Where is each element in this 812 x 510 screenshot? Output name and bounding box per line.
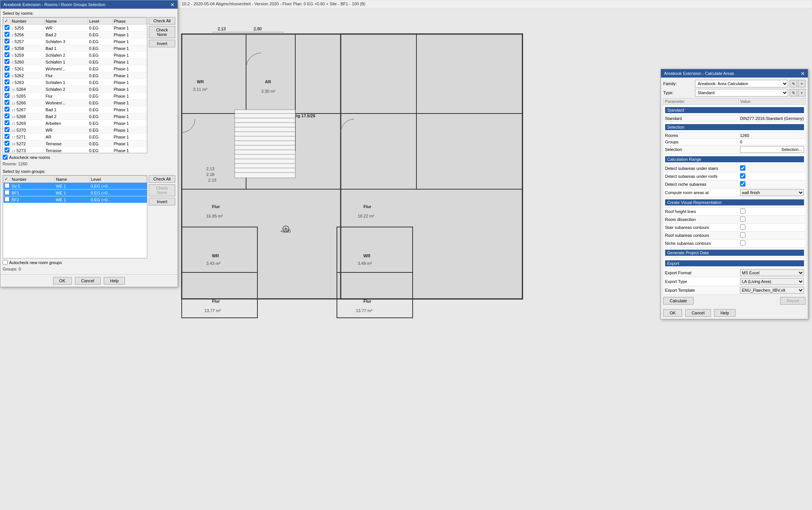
table-row[interactable]: BF1 WE 1 0.EG (+0... <box>3 190 147 196</box>
calc-cancel-button[interactable]: Cancel <box>685 309 711 317</box>
detect-roofs-checkbox[interactable] <box>740 173 745 179</box>
col-selected[interactable]: ✓ <box>3 18 11 25</box>
svg-text:Flur: Flur <box>212 204 220 209</box>
room-checkbox[interactable] <box>5 141 9 146</box>
room-checkbox[interactable] <box>5 107 9 112</box>
table-row[interactable]: 7 5261 Wohnen/... 0.EG Phase 1 <box>3 65 147 72</box>
type-edit-icon[interactable]: ✎ <box>790 89 797 96</box>
family-icons: ✎ + <box>790 80 806 87</box>
room-checkbox[interactable] <box>5 120 9 125</box>
autocheck-groups-checkbox[interactable] <box>3 260 8 265</box>
invert-groups-button[interactable]: Invert <box>149 198 175 205</box>
group-checkbox[interactable] <box>5 190 9 195</box>
export-template-select[interactable]: ENU_Flaechen_IIBV.xlt <box>740 287 804 294</box>
stair-contours-checkbox[interactable] <box>740 224 745 230</box>
table-row[interactable]: 16 5270 WR 0.EG Phase 1 <box>3 127 147 134</box>
family-select[interactable]: Areabook: Area Calculation <box>695 80 788 87</box>
niche-contours-checkbox[interactable] <box>740 240 745 246</box>
table-row[interactable]: 2 5256 Bad 2 0.EG Phase 1 <box>3 31 147 38</box>
check-none-rooms-button[interactable]: Check None <box>149 26 175 38</box>
grp-col-name[interactable]: Name <box>55 176 89 183</box>
col-phase[interactable]: Phase <box>112 18 147 25</box>
room-checkbox[interactable] <box>5 127 9 132</box>
table-row[interactable]: 1 5255 WR 0.EG Phase 1 <box>3 25 147 31</box>
export-type-cell: LA (Living Area) <box>739 277 806 286</box>
table-row[interactable]: 4 5258 Bad 1 0.EG Phase 1 <box>3 45 147 52</box>
calculate-button[interactable]: Calculate <box>663 297 694 305</box>
type-new-icon[interactable]: + <box>798 89 806 96</box>
roof-contours-checkbox[interactable] <box>740 232 745 238</box>
room-checkbox[interactable] <box>5 93 9 98</box>
room-checkbox[interactable] <box>5 114 9 118</box>
export-type-select[interactable]: LA (Living Area) <box>740 278 804 285</box>
room-checkbox[interactable] <box>5 100 9 105</box>
room-checkbox[interactable] <box>5 25 9 30</box>
table-row[interactable]: 14 5268 Bad 2 0.EG Phase 1 <box>3 113 147 120</box>
table-row[interactable]: Str.5 WE 1 0.EG (+0... <box>3 183 147 190</box>
export-format-select[interactable]: MS Excel <box>740 269 804 276</box>
room-checkbox[interactable] <box>5 66 9 71</box>
table-row[interactable]: 8 5262 Flur 0.EG Phase 1 <box>3 72 147 79</box>
table-row[interactable]: 3 5257 Schlafen 3 0.EG Phase 1 <box>3 38 147 45</box>
close-icon[interactable]: ✕ <box>170 2 175 8</box>
room-checkbox[interactable] <box>5 59 9 64</box>
help-button[interactable]: Help <box>104 277 125 285</box>
table-row[interactable]: 18 5272 Terrasse 0.EG Phase 1 <box>3 140 147 147</box>
room-checkbox[interactable] <box>5 39 9 44</box>
grp-col-number[interactable]: Number <box>11 176 55 183</box>
col-level[interactable]: Level <box>88 18 112 25</box>
calc-help-button[interactable]: Help <box>714 309 736 317</box>
table-row[interactable]: 19 5273 Terrasse 0.EG Phase 1 <box>3 147 147 154</box>
room-checkbox[interactable] <box>5 79 9 84</box>
room-checkbox[interactable] <box>5 32 9 37</box>
col-number[interactable]: Number <box>11 18 45 25</box>
room-dissection-checkbox[interactable] <box>740 216 745 222</box>
check-none-groups-button[interactable]: Check None <box>149 184 175 196</box>
table-row[interactable]: 10 5264 Schlafen 2 0.EG Phase 1 <box>3 86 147 93</box>
family-new-icon[interactable]: + <box>798 80 806 87</box>
table-row[interactable]: 12 5266 Wohnen/... 0.EG Phase 1 <box>3 100 147 106</box>
group-checkbox[interactable] <box>5 197 9 202</box>
grp-col-level[interactable]: Level <box>90 176 147 183</box>
autocheck-rooms-checkbox[interactable] <box>3 155 8 160</box>
detect-stairs-checkbox[interactable] <box>740 165 745 171</box>
table-row[interactable]: 17 5271 AR 0.EG Phase 1 <box>3 134 147 140</box>
room-checkbox[interactable] <box>5 73 9 78</box>
group-checkbox[interactable] <box>5 183 9 188</box>
table-row[interactable]: 9 5263 Schlafen 1 0.EG Phase 1 <box>3 79 147 86</box>
invert-rooms-button[interactable]: Invert <box>149 40 175 47</box>
compute-select[interactable]: wall finish <box>740 189 804 196</box>
roof-height-checkbox[interactable] <box>740 208 745 214</box>
col-name[interactable]: Name <box>44 18 88 25</box>
dialog-rooms-selection: Areabook Extension - Rooms / Room Groups… <box>0 0 178 287</box>
table-row[interactable]: 6 5260 Schlafen 1 0.EG Phase 1 <box>3 59 147 65</box>
room-checkbox[interactable] <box>5 86 9 91</box>
room-name: Arbeiten <box>44 120 88 127</box>
export-format-cell: MS Excel <box>739 269 806 277</box>
room-checkbox[interactable] <box>5 134 9 139</box>
table-row[interactable]: 15 5269 Arbeiten 0.EG Phase 1 <box>3 120 147 127</box>
table-row[interactable]: 13 5267 Bad 1 0.EG Phase 1 <box>3 106 147 113</box>
check-all-rooms-button[interactable]: Check All <box>149 17 175 25</box>
room-checkbox[interactable] <box>5 148 9 152</box>
type-select[interactable]: Standard <box>695 89 788 96</box>
rooms-table-container[interactable]: ✓ Number Name Level Phase 1 5255 WR 0.EG… <box>3 17 147 153</box>
table-row[interactable]: BF2 WE 1 0.EG (+0... <box>3 196 147 203</box>
grp-col-selected[interactable]: ✓ <box>3 176 11 183</box>
cancel-button[interactable]: Cancel <box>75 277 101 285</box>
selection-button[interactable]: Selection... <box>740 146 804 153</box>
table-row[interactable]: 11 5265 Flur 0.EG Phase 1 <box>3 93 147 100</box>
compute-row: Compute room areas at wall finish <box>664 188 806 197</box>
ok-button[interactable]: OK <box>53 277 72 285</box>
groups-table-container[interactable]: ✓ Number Name Level Str.5 WE 1 0.EG (+0.… <box>3 175 147 258</box>
check-all-groups-button[interactable]: Check All <box>149 175 175 183</box>
table-row[interactable]: 5 5259 Schlafen 2 0.EG Phase 1 <box>3 52 147 59</box>
detect-niche-checkbox[interactable] <box>740 181 745 187</box>
room-checkbox[interactable] <box>5 52 9 57</box>
select-by-groups-label: Select by room groups: <box>3 169 175 174</box>
report-button[interactable]: Report <box>780 297 806 305</box>
family-edit-icon[interactable]: ✎ <box>790 80 797 87</box>
calc-close-icon[interactable]: ✕ <box>801 71 805 76</box>
room-checkbox[interactable] <box>5 45 9 50</box>
calc-ok-button[interactable]: OK <box>663 309 682 317</box>
